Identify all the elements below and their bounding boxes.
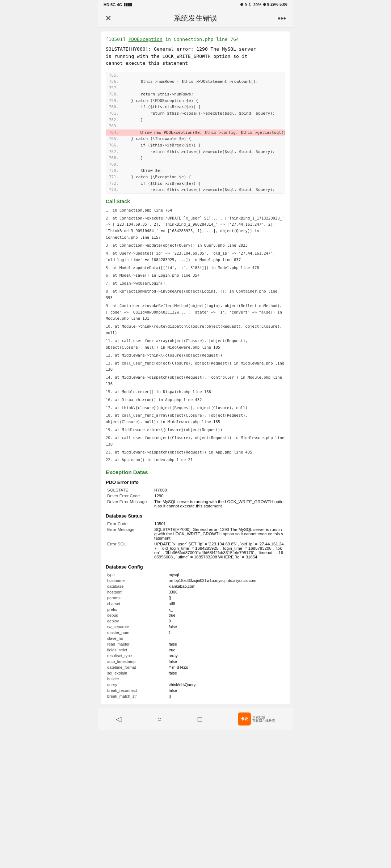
line-code: } catch (\PDOException $e) { — [122, 98, 198, 104]
call-stack-item: 4. at Query->update(['ip' => '223.104.69… — [106, 250, 285, 263]
status-left: HD 5G 4G ▮▮▮▮ — [104, 2, 132, 7]
stack-number: 20. — [106, 435, 113, 440]
table-row: debugtrue — [106, 612, 285, 618]
val-sqlstate: HY000 — [153, 487, 285, 493]
line-number: 766. — [109, 142, 122, 149]
config-key: type — [106, 572, 167, 578]
table-row: break_reconnectfalse — [106, 688, 285, 693]
code-line: 761. return $this->close()->execute($sql… — [106, 110, 285, 117]
call-stack: 1. in Connection.php line 7642. at Conne… — [106, 207, 285, 464]
config-key: break_match_str — [106, 693, 167, 699]
code-line: 763. — [106, 123, 285, 129]
call-stack-item: 14. at Middleware->dispatch(object(Reque… — [106, 374, 285, 387]
code-line: 765. } catch (\Throwable $e) { — [106, 136, 285, 142]
stack-number: 18. — [106, 413, 113, 417]
line-number: 763. — [109, 123, 122, 129]
stack-text: at call_user_func_array(object(Closure),… — [106, 339, 248, 349]
table-row: params[] — [106, 595, 285, 601]
recent-icon: □ — [198, 715, 202, 723]
stack-number: 13. — [106, 361, 113, 365]
line-code: if ($this->isBreak($e)) { — [122, 104, 201, 110]
stack-number: 3. — [106, 243, 110, 247]
line-code: throw new PDOException($e, $this->config… — [121, 129, 285, 136]
status-right: ⊕ 9 ☾ 29% ⊕ 9 29% 5:06 — [240, 2, 287, 7]
stack-text: in Connection.php line 764 — [113, 208, 172, 212]
home-icon: ○ — [157, 715, 161, 723]
line-number: 758. — [109, 91, 122, 98]
line-code: return $this->close()->execute($sql, $bi… — [122, 110, 275, 117]
call-stack-item: 22. at App->run() in index.php line 21 — [106, 457, 285, 463]
error-location: in Connection.php line 764 — [165, 37, 239, 42]
line-number: 767. — [109, 149, 122, 155]
config-val: rm-bp18xd33zcjni021w1o.mysql.rds.aliyunc… — [167, 578, 285, 583]
main-content: [10501] PDOException in Connection.php l… — [101, 31, 290, 704]
line-code: } — [122, 117, 143, 123]
recent-button[interactable]: □ — [198, 715, 202, 723]
stack-text: at call_user_func(object(Closure), objec… — [106, 435, 284, 446]
stack-number: 4. — [106, 251, 110, 255]
table-row: auto_timestampfalse — [106, 659, 285, 664]
line-number: 760. — [109, 104, 122, 110]
table-row: query\think\db\Query — [106, 682, 285, 688]
table-row: hostport3306 — [106, 589, 285, 595]
config-key: prefix — [106, 607, 167, 612]
line-code: return $this->close()->execute($sql, $bi… — [122, 187, 275, 193]
line-number: 759. — [109, 98, 122, 104]
back-button[interactable]: ◁ — [116, 715, 121, 723]
config-key: hostport — [106, 589, 167, 595]
bottom-nav: ◁ ○ □ 卡农 卡农社区 互联网在线教育 — [98, 708, 293, 730]
table-row: master_num1 — [106, 630, 285, 635]
status-bar: HD 5G 4G ▮▮▮▮ ⊕ 9 ☾ 29% ⊕ 9 29% 5:06 — [98, 0, 293, 9]
stack-number: 6. — [106, 273, 110, 277]
stack-number: 9. — [106, 303, 110, 308]
stack-text: at Login->wxUserLogin() — [113, 281, 165, 285]
key-error-code: Error Code — [106, 521, 153, 527]
stack-number: 11. — [106, 339, 113, 343]
config-val: \think\db\Query — [167, 682, 285, 688]
exception-link[interactable]: PDOException — [129, 37, 163, 42]
home-button[interactable]: ○ — [157, 715, 161, 723]
table-row: slave_no — [106, 635, 285, 641]
stack-text: at Module->exec() in Dispatch.php line 1… — [115, 390, 211, 394]
db-config-table: typemysqlhostnamerm-bp18xd33zcjni021w1o.… — [106, 572, 285, 699]
stack-number: 14. — [106, 375, 113, 379]
battery-indicator: 29% — [253, 3, 261, 7]
code-line: 756. $this->numRows = $this->PDOStatemen… — [106, 78, 285, 85]
call-stack-item: 2. at Connection->execute('UPDATE `x_use… — [106, 215, 285, 241]
stack-text: at Query->update(['ip' => '223.104.69.85… — [106, 251, 275, 262]
config-key: resultset_type — [106, 653, 167, 659]
call-stack-item: 21. at Middleware->dispatch(object(Reque… — [106, 449, 285, 456]
call-stack-item: 18. at call_user_func_array(object(Closu… — [106, 412, 285, 425]
config-val — [167, 676, 285, 682]
config-val: 0 — [167, 618, 285, 624]
stack-number: 15. — [106, 390, 113, 394]
config-val: true — [167, 612, 285, 618]
line-number: 771. — [109, 174, 122, 180]
table-row: resultset_typearray — [106, 653, 285, 659]
time-display: ⊕ 9 29% 5:06 — [263, 2, 287, 7]
config-val: x_ — [167, 607, 285, 612]
call-stack-item: 17. at think\{closure}(object(Request), … — [106, 405, 285, 411]
line-number: 761. — [109, 110, 122, 117]
line-code: if ($this->isBreak($e)) { — [122, 142, 201, 149]
config-val: utf8 — [167, 601, 285, 607]
line-number: 756. — [109, 78, 122, 85]
table-row: SQLSTATE HY000 — [106, 487, 285, 493]
config-key: debug — [106, 612, 167, 618]
stack-text: at Middleware->dispatch(object(Request))… — [115, 450, 252, 454]
config-val: true — [167, 647, 285, 653]
stack-number: 2. — [106, 216, 110, 220]
code-line: 758. return $this->numRows; — [106, 91, 285, 98]
table-row: Driver Error Message The MySQL server is… — [106, 499, 285, 509]
config-key: fields_strict — [106, 647, 167, 653]
code-block: 755.756. $this->numRows = $this->PDOStat… — [106, 72, 285, 193]
line-code: } catch (\Throwable $e) { — [122, 136, 191, 142]
stack-text: at Container->invokeReflectMethod(object… — [106, 303, 282, 321]
stack-number: 16. — [106, 397, 113, 402]
config-key: read_master — [106, 641, 167, 647]
more-button[interactable]: ••• — [273, 14, 286, 23]
config-val: mysql — [167, 572, 285, 578]
stack-text: at ReflectionMethod->invokeArgs(object(L… — [106, 289, 277, 300]
close-button[interactable]: ✕ — [105, 14, 118, 23]
stack-text: at Middleware->think\{closure}(object(Re… — [115, 353, 222, 357]
